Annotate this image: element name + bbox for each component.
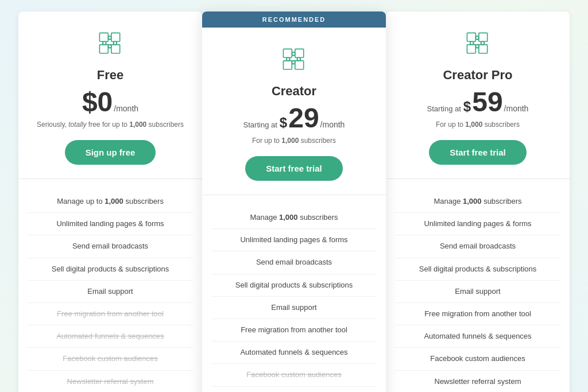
svg-rect-5 <box>295 49 304 57</box>
svg-rect-4 <box>283 49 292 57</box>
feature-item-creator-pro-1: Unlimited landing pages & forms <box>395 213 560 235</box>
feature-item-creator-pro-3: Sell digital products & subscriptions <box>395 258 560 281</box>
plan-card-creator-pro: Creator Pro Starting at $ 59 /month For … <box>386 11 570 392</box>
feature-item-creator-pro-4: Email support <box>395 281 560 303</box>
svg-rect-9 <box>479 33 488 41</box>
plan-price-creator: Starting at $ 29 /month <box>214 104 374 132</box>
per-month-creator: /month <box>320 120 345 129</box>
dollar-amount-creator: 29 <box>288 104 319 132</box>
price-prefix-creator: Starting at <box>243 121 277 129</box>
feature-item-free-0: Manage up to 1,000 subscribers <box>28 191 193 213</box>
feature-item-free-2: Send email broadcasts <box>28 235 193 258</box>
feature-item-creator-pro-8: Newsletter referral system <box>395 371 560 393</box>
feature-item-free-3: Sell digital products & subscriptions <box>28 258 193 281</box>
cta-button-creator[interactable]: Start free trial <box>245 156 343 181</box>
plan-header-creator: Creator Starting at $ 29 /month For up t… <box>202 28 386 195</box>
plan-card-creator: RECOMMENDED Creator Starting at $ 29 /mo… <box>202 11 386 392</box>
feature-item-creator-8: Newsletter referral system <box>211 387 377 393</box>
plan-icon-creator-pro <box>397 29 558 61</box>
svg-rect-3 <box>111 45 120 53</box>
dollar-amount-creator-pro: 59 <box>472 88 502 116</box>
plan-price-free: $0 /month <box>30 88 191 116</box>
feature-item-creator-4: Email support <box>211 297 377 319</box>
plan-subtitle-creator-pro: For up to 1,000 subscribers <box>397 119 558 130</box>
feature-item-creator-5: Free migration from another tool <box>211 319 377 341</box>
feature-item-free-6: Automated funnels & sequences <box>28 325 193 348</box>
svg-rect-8 <box>467 33 475 41</box>
per-month-creator-pro: /month <box>504 104 529 113</box>
svg-rect-10 <box>467 45 475 53</box>
feature-item-free-5: Free migration from another tool <box>28 303 193 325</box>
svg-rect-1 <box>111 33 120 41</box>
plan-icon-creator <box>214 45 374 77</box>
feature-item-free-8: Newsletter referral system <box>28 371 193 393</box>
feature-item-free-7: Facebook custom audiences <box>28 348 193 370</box>
feature-item-creator-6: Automated funnels & sequences <box>211 341 377 364</box>
svg-rect-7 <box>295 61 304 69</box>
plan-card-free: Free $0 /month Seriously, totally free f… <box>18 11 202 392</box>
cta-button-free[interactable]: Sign up free <box>65 140 156 165</box>
feature-item-creator-2: Send email broadcasts <box>211 251 377 274</box>
feature-item-creator-0: Manage 1,000 subscribers <box>211 207 377 229</box>
plan-icon-free <box>30 29 191 61</box>
plan-name-free: Free <box>30 68 191 83</box>
feature-item-creator-1: Unlimited landing pages & forms <box>211 229 377 251</box>
plan-features-free: Manage up to 1,000 subscribersUnlimited … <box>18 179 202 392</box>
plan-features-creator-pro: Manage 1,000 subscribersUnlimited landin… <box>386 179 570 392</box>
price-prefix-creator-pro: Starting at <box>427 104 461 113</box>
feature-item-creator-3: Sell digital products & subscriptions <box>211 274 377 297</box>
feature-item-creator-pro-5: Free migration from another tool <box>395 303 560 325</box>
cta-button-creator-pro[interactable]: Start free trial <box>429 140 527 165</box>
plan-header-creator-pro: Creator Pro Starting at $ 59 /month For … <box>386 11 570 179</box>
plan-subtitle-free: Seriously, totally free for up to 1,000 … <box>30 119 191 130</box>
feature-item-free-1: Unlimited landing pages & forms <box>28 213 193 235</box>
svg-rect-11 <box>479 45 488 53</box>
dollar-amount-free: $0 <box>82 88 113 116</box>
pricing-container: Free $0 /month Seriously, totally free f… <box>18 11 570 392</box>
svg-rect-2 <box>99 45 108 53</box>
plan-price-creator-pro: Starting at $ 59 /month <box>397 88 558 116</box>
feature-item-creator-pro-6: Automated funnels & sequences <box>395 325 560 348</box>
feature-item-creator-pro-2: Send email broadcasts <box>395 235 560 258</box>
plan-subtitle-creator: For up to 1,000 subscribers <box>214 135 374 146</box>
feature-item-creator-pro-0: Manage 1,000 subscribers <box>395 191 560 213</box>
plan-header-free: Free $0 /month Seriously, totally free f… <box>18 11 202 179</box>
plan-name-creator: Creator <box>214 84 374 99</box>
dollar-sign-creator-pro: $ <box>463 99 471 115</box>
dollar-sign-creator: $ <box>280 115 287 131</box>
feature-item-free-4: Email support <box>28 281 193 303</box>
plan-features-creator: Manage 1,000 subscribersUnlimited landin… <box>202 195 386 392</box>
feature-item-creator-7: Facebook custom audiences <box>211 364 377 386</box>
per-month-free: /month <box>114 104 138 113</box>
plan-name-creator-pro: Creator Pro <box>397 68 558 83</box>
recommended-badge: RECOMMENDED <box>202 11 386 28</box>
svg-rect-0 <box>99 33 108 41</box>
svg-rect-6 <box>283 61 292 69</box>
feature-item-creator-pro-7: Facebook custom audiences <box>395 348 560 370</box>
